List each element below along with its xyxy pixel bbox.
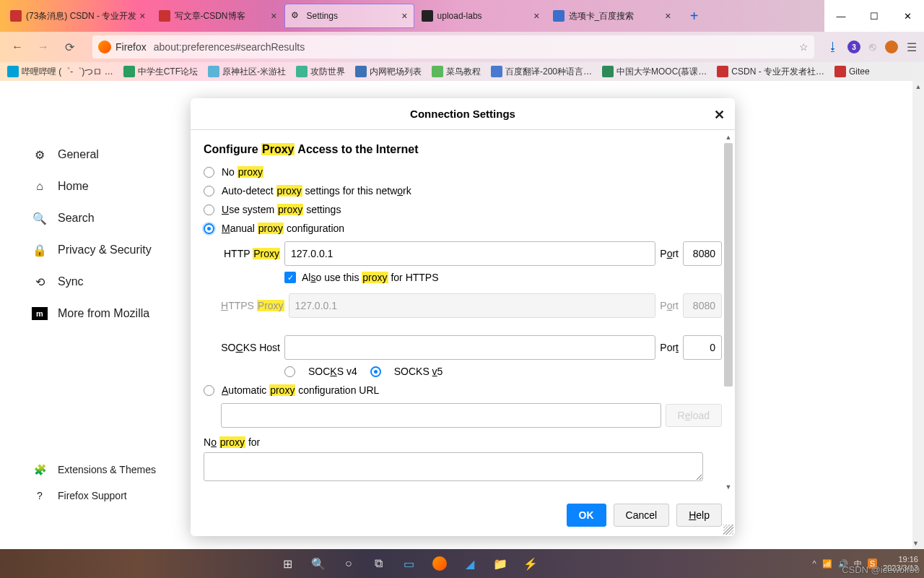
tray-chevron-icon[interactable]: ^	[813, 559, 816, 568]
close-icon[interactable]: ×	[271, 10, 276, 22]
reload-button[interactable]: Reload	[666, 404, 722, 427]
network-icon[interactable]: 📶	[822, 559, 832, 569]
bookmark-star-icon[interactable]: ☆	[799, 41, 808, 53]
bookmarks-bar: 哔哩哔哩 (゜-゜)つロ … 中学生CTF论坛 原神社区-米游社 攻防世界 内网…	[0, 62, 924, 81]
chat-icon[interactable]: ▭	[401, 555, 418, 572]
tab-csdn[interactable]: (73条消息) CSDN - 专业开发×	[4, 4, 152, 28]
maximize-button[interactable]: ☐	[858, 0, 891, 32]
firefox-icon[interactable]	[431, 555, 448, 572]
vscode-icon[interactable]: ◢	[461, 555, 479, 572]
browser-titlebar: (73条消息) CSDN - 专业开发× 写文章-CSDN博客× ⚙Settin…	[0, 0, 924, 32]
url-bar[interactable]: Firefox about:preferences#searchResults …	[92, 35, 814, 59]
extension-icon[interactable]: ⎋	[869, 40, 876, 53]
sidebar-item-support[interactable]: ?Firefox Support	[29, 483, 156, 509]
also-https-row[interactable]: ✓ Also use this proxy for HTTPS	[284, 272, 722, 283]
lock-icon: 🔒	[32, 242, 48, 258]
radio-socks5[interactable]	[370, 366, 381, 377]
bookmark-icon	[602, 66, 614, 77]
sidebar-item-privacy[interactable]: 🔒Privacy & Security	[29, 234, 173, 266]
explorer-icon[interactable]: 📁	[492, 555, 509, 572]
resize-handle[interactable]	[723, 525, 733, 535]
bookmark-item[interactable]: 中国大学MOOC(慕课…	[602, 66, 707, 78]
container-badge[interactable]: 3	[847, 40, 860, 53]
radio-icon[interactable]	[204, 204, 214, 215]
scroll-down-icon[interactable]: ▼	[723, 481, 733, 493]
connection-settings-dialog: Connection Settings ✕ Configure Proxy Ac…	[191, 98, 735, 536]
http-port-input[interactable]	[683, 241, 722, 266]
ok-button[interactable]: OK	[567, 504, 606, 527]
radio-icon[interactable]	[204, 167, 214, 178]
tab-settings[interactable]: ⚙Settings×	[284, 4, 414, 28]
radio-no-proxy[interactable]: No proxy	[204, 166, 722, 178]
bookmark-item[interactable]: 中学生CTF论坛	[123, 66, 198, 78]
sidebar-item-home[interactable]: ⌂Home	[29, 171, 173, 202]
minimize-button[interactable]: —	[824, 0, 858, 32]
favicon	[422, 10, 433, 22]
pac-url-input[interactable]	[221, 403, 661, 428]
scroll-thumb[interactable]	[724, 143, 733, 387]
close-icon[interactable]: ×	[665, 10, 671, 22]
tab-csdn-write[interactable]: 写文章-CSDN博客×	[153, 4, 283, 28]
close-icon[interactable]: ×	[139, 10, 145, 22]
bookmark-item[interactable]: 百度翻译-200种语言…	[491, 66, 592, 78]
menu-icon[interactable]: ☰	[907, 40, 917, 54]
sidebar-label: General	[58, 148, 99, 161]
help-button[interactable]: Help	[676, 504, 722, 527]
radio-label: No proxy	[222, 166, 263, 178]
scroll-down-icon[interactable]: ▼	[912, 538, 919, 549]
forward-button[interactable]: →	[33, 37, 53, 57]
radio-socks4[interactable]	[284, 366, 295, 377]
cancel-button[interactable]: Cancel	[614, 504, 670, 527]
radio-auto-config[interactable]: Automatic proxy configuration URL	[204, 384, 722, 396]
close-icon[interactable]: ×	[401, 10, 407, 22]
socks-port-input[interactable]	[683, 335, 722, 360]
http-proxy-input[interactable]	[284, 241, 655, 266]
sidebar-item-general[interactable]: ⚙General	[29, 139, 173, 171]
radio-system-proxy[interactable]: Use system proxy settings	[204, 204, 722, 215]
bookmark-item[interactable]: 原神社区-米游社	[208, 66, 286, 78]
search-icon[interactable]: 🔍	[310, 555, 327, 572]
back-button[interactable]: ←	[7, 37, 27, 57]
checkbox-icon[interactable]: ✓	[284, 272, 296, 283]
bookmark-label: 原神社区-米游社	[222, 66, 286, 78]
radio-icon[interactable]	[204, 223, 214, 234]
bookmark-item[interactable]: 内网靶场列表	[355, 66, 422, 78]
taskview-icon[interactable]: ⧉	[370, 555, 388, 572]
socks-host-input[interactable]	[284, 335, 655, 360]
bookmark-item[interactable]: CSDN - 专业开发者社…	[717, 66, 824, 78]
windows-taskbar: ⊞ 🔍 ○ ⧉ ▭ ◢ 📁 ⚡ ^ 📶 🔊 中 S 19:16 2023/3/1…	[0, 549, 924, 578]
pac-url-row: Reload	[221, 403, 722, 428]
radio-icon[interactable]	[204, 186, 214, 197]
cortana-icon[interactable]: ○	[340, 555, 357, 572]
radio-icon[interactable]	[204, 385, 214, 396]
dialog-scrollbar[interactable]: ▲ ▼	[723, 131, 733, 493]
radio-autodetect[interactable]: Auto-detect proxy settings for this netw…	[204, 185, 722, 197]
download-icon[interactable]: ⭳	[827, 40, 839, 53]
sidebar-item-sync[interactable]: ⟲Sync	[29, 266, 173, 298]
scroll-up-icon[interactable]: ▲	[723, 131, 733, 143]
port-label: Port	[660, 300, 679, 311]
bookmark-item[interactable]: 攻防世界	[296, 66, 345, 78]
bookmark-item[interactable]: 哔哩哔哩 (゜-゜)つロ …	[7, 66, 113, 78]
sidebar-label: Home	[58, 180, 89, 193]
favicon	[159, 10, 170, 22]
close-button[interactable]: ✕	[891, 0, 924, 32]
sidebar-item-mozilla[interactable]: mMore from Mozilla	[29, 298, 173, 329]
sidebar-item-search[interactable]: 🔍Search	[29, 202, 173, 234]
adblock-icon[interactable]	[885, 40, 898, 53]
app-icon[interactable]: ⚡	[522, 555, 539, 572]
reload-button[interactable]: ⟳	[59, 37, 79, 57]
radio-manual-proxy[interactable]: Manual proxy configuration	[204, 223, 722, 234]
close-icon[interactable]: ✕	[714, 107, 725, 123]
bookmark-item[interactable]: Gitee	[834, 66, 870, 77]
close-icon[interactable]: ×	[533, 10, 539, 22]
no-proxy-textarea[interactable]	[204, 452, 703, 481]
scroll-up-icon[interactable]: ▲	[912, 81, 924, 92]
sidebar-item-extensions[interactable]: 🧩Extensions & Themes	[29, 457, 156, 483]
bookmark-item[interactable]: 菜鸟教程	[432, 66, 481, 78]
new-tab-button[interactable]: +	[684, 6, 705, 26]
tab-upload-labs[interactable]: upload-labs×	[416, 4, 546, 28]
start-icon[interactable]: ⊞	[279, 555, 297, 572]
window-scrollbar[interactable]: ▲ ▼	[912, 81, 924, 549]
tab-baidu[interactable]: 选项卡_百度搜索×	[547, 4, 677, 28]
